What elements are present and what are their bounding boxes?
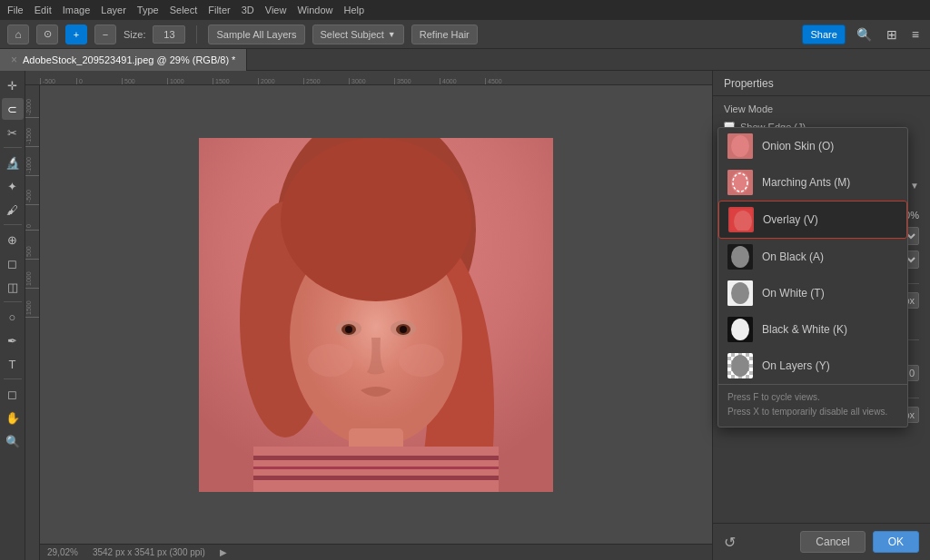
select-subject-arrow: ▼ <box>388 30 396 39</box>
overlay-label: Overlay (V) <box>763 213 818 226</box>
menu-edit[interactable]: Edit <box>35 5 52 15</box>
tool-lasso[interactable]: ⊂ <box>2 98 24 120</box>
svg-rect-7 <box>253 456 499 460</box>
share-button[interactable]: Share <box>802 25 845 44</box>
size-label: Size: <box>124 29 145 40</box>
search-btn[interactable]: 🔍 <box>853 25 876 44</box>
ruler-left: -2000 -1500 -1000 -500 0 500 1000 1500 <box>25 85 40 560</box>
ok-button[interactable]: OK <box>873 531 919 553</box>
tool-heal[interactable]: ✦ <box>2 175 24 197</box>
onlayers-label: On Layers (Y) <box>762 359 830 372</box>
heal-icon: ✦ <box>7 180 17 193</box>
size-input[interactable] <box>153 25 185 44</box>
tab-bar: × AdobeStock_209523491.jpeg @ 29% (RGB/8… <box>0 49 930 71</box>
menu-select[interactable]: Select <box>170 5 198 15</box>
tool-gradient[interactable]: ◫ <box>2 276 24 298</box>
tool-pen[interactable]: ✒ <box>2 329 24 351</box>
home-icon: ⌂ <box>15 28 21 41</box>
select-subject-btn[interactable]: Select Subject ▼ <box>312 25 404 44</box>
view-menu-item-onion[interactable]: Onion Skin (O) <box>718 128 907 164</box>
canvas-area[interactable]: -500 0 500 1000 1500 2000 2500 3000 3500… <box>25 71 712 560</box>
menu-window[interactable]: Window <box>297 5 332 15</box>
menu-layer[interactable]: Layer <box>101 5 126 15</box>
menu-help[interactable]: Help <box>344 5 365 15</box>
tab-filename: AdobeStock_209523491.jpeg @ 29% (RGB/8) … <box>23 54 235 65</box>
svg-point-28 <box>734 211 752 232</box>
ruler-top: -500 0 500 1000 1500 2000 2500 3000 3500… <box>25 71 712 85</box>
svg-point-18 <box>399 344 444 377</box>
tool-dodge[interactable]: ○ <box>2 306 24 328</box>
hint-line1: Press F to cycle views. <box>727 390 898 405</box>
toolbar-subtract-btn[interactable]: − <box>94 25 116 44</box>
tool-text[interactable]: T <box>2 353 24 375</box>
menu-image[interactable]: Image <box>63 5 91 15</box>
more-btn[interactable]: ≡ <box>908 25 923 44</box>
zoom-icon: 🔍 <box>5 435 20 448</box>
onion-label: Onion Skin (O) <box>762 140 834 152</box>
eyedropper-icon: 🔬 <box>5 156 20 170</box>
tool-move[interactable]: ✛ <box>2 74 24 96</box>
svg-rect-8 <box>253 467 499 469</box>
menu-view[interactable]: View <box>265 5 287 15</box>
status-arrow[interactable]: ▶ <box>220 547 227 557</box>
text-icon: T <box>9 358 16 371</box>
toolbar-home-btn[interactable]: ⌂ <box>7 25 29 44</box>
overlay-thumb <box>728 207 754 232</box>
gradient-icon: ◫ <box>7 280 18 294</box>
view-menu-item-bw[interactable]: Black & White (K) <box>718 311 907 348</box>
lasso-icon: ⊙ <box>44 28 52 40</box>
toolbar-add-btn[interactable]: + <box>65 25 87 44</box>
tool-shape[interactable]: ◻ <box>2 383 24 405</box>
view-dropdown-menu: Onion Skin (O) Marching Ants (M) Overlay… <box>717 127 908 427</box>
view-menu-item-onwhite[interactable]: On White (T) <box>718 275 907 311</box>
cancel-button[interactable]: Cancel <box>800 531 865 553</box>
tool-hand[interactable]: ✋ <box>2 407 24 428</box>
marching-label: Marching Ants (M) <box>762 176 850 189</box>
menu-3d[interactable]: 3D <box>242 5 254 15</box>
svg-point-16 <box>281 138 471 301</box>
clone-icon: ⊕ <box>7 233 17 247</box>
tool-zoom[interactable]: 🔍 <box>2 430 24 452</box>
view-menu-item-overlay[interactable]: Overlay (V) <box>718 201 907 239</box>
subtract-icon: − <box>103 29 108 40</box>
menu-filter[interactable]: Filter <box>208 5 230 15</box>
toolbar-selection-tool[interactable]: ⊙ <box>36 25 58 44</box>
toolbar: ⌂ ⊙ + − Size: Sample All Layers Select S… <box>0 20 930 49</box>
view-mode-section-title: View Mode <box>724 103 919 114</box>
svg-point-17 <box>308 344 353 377</box>
tool-crop[interactable]: ✂ <box>2 122 24 143</box>
view-menu-item-marching[interactable]: Marching Ants (M) <box>718 164 907 201</box>
view-menu-item-onblack[interactable]: On Black (A) <box>718 239 907 275</box>
menu-type[interactable]: Type <box>137 5 159 15</box>
tool-eyedropper[interactable]: 🔬 <box>2 152 24 173</box>
view-dropdown-arrow[interactable]: ▼ <box>910 181 919 191</box>
tool-eraser[interactable]: ◻ <box>2 252 24 274</box>
svg-point-30 <box>731 246 749 268</box>
menu-bar: File Edit Image Layer Type Select Filter… <box>0 0 930 20</box>
tool-separator-1 <box>4 147 22 148</box>
lasso-tool-icon: ⊂ <box>7 103 17 116</box>
marching-thumb <box>727 170 753 195</box>
onblack-label: On Black (A) <box>762 251 824 263</box>
active-tab[interactable]: × AdobeStock_209523491.jpeg @ 29% (RGB/8… <box>0 49 247 71</box>
svg-point-23 <box>731 135 749 157</box>
bw-label: Black & White (K) <box>762 323 847 336</box>
tab-close[interactable]: × <box>11 54 17 66</box>
menu-file[interactable]: File <box>7 5 24 15</box>
workspace-btn[interactable]: ⊞ <box>883 25 901 44</box>
properties-header: Properties <box>713 71 930 96</box>
svg-point-35 <box>731 355 749 377</box>
add-icon: + <box>74 29 79 40</box>
sample-all-layers-btn[interactable]: Sample All Layers <box>208 25 304 44</box>
svg-point-14 <box>345 326 352 333</box>
properties-title: Properties <box>724 77 774 90</box>
canvas-image-wrapper <box>199 138 553 492</box>
shape-icon: ◻ <box>7 388 17 401</box>
view-menu-item-onlayers[interactable]: On Layers (Y) <box>718 348 907 384</box>
refine-hair-btn[interactable]: Refine Hair <box>411 25 478 44</box>
tool-clone[interactable]: ⊕ <box>2 229 24 251</box>
view-menu-hint: Press F to cycle views. Press X to tempo… <box>718 384 907 427</box>
undo-icon[interactable]: ↺ <box>724 534 736 551</box>
onwhite-label: On White (T) <box>762 287 825 300</box>
tool-brush[interactable]: 🖌 <box>2 199 24 221</box>
